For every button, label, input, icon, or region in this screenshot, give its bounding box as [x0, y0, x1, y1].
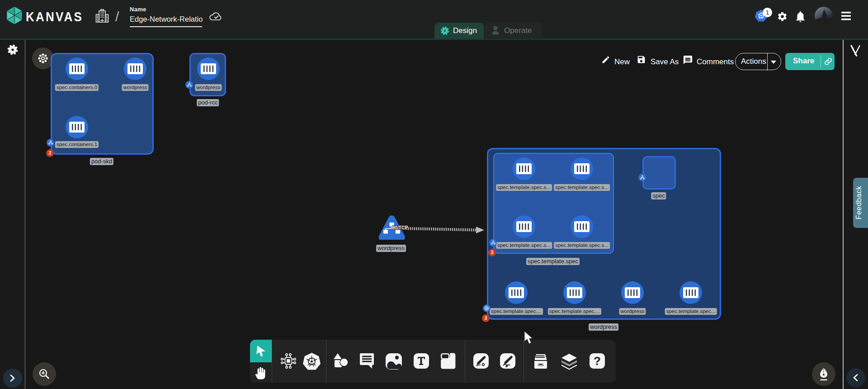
svg-text:80/TCP: 80/TCP — [392, 225, 408, 230]
svg-text:?: ? — [594, 354, 601, 368]
